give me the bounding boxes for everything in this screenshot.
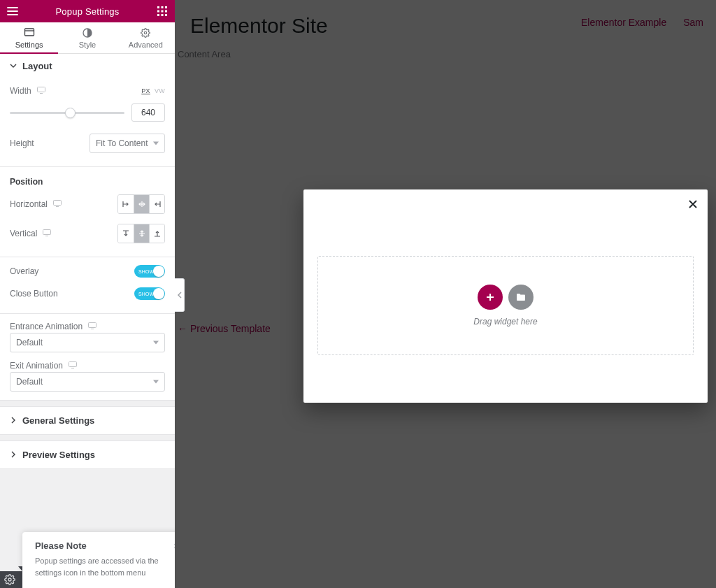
svg-rect-2 — [165, 6, 167, 8]
align-middle-button[interactable] — [134, 224, 149, 243]
vertical-label: Vertical — [10, 229, 37, 238]
svg-rect-6 — [157, 14, 159, 16]
section-layout-title: Layout — [22, 61, 52, 71]
height-select[interactable]: Fit To Content — [90, 134, 165, 153]
caret-down-icon — [10, 61, 17, 71]
editor-sidebar: Popup Settings Settings Style Advanced L… — [0, 0, 175, 588]
hamburger-menu-icon[interactable] — [4, 3, 21, 20]
svg-rect-8 — [165, 14, 167, 16]
svg-rect-4 — [161, 10, 163, 13]
svg-rect-12 — [37, 87, 45, 92]
svg-point-17 — [8, 578, 11, 581]
unit-vw[interactable]: VW — [155, 87, 165, 94]
svg-rect-5 — [165, 10, 167, 13]
widgets-panel-icon[interactable] — [154, 3, 171, 20]
tab-style[interactable]: Style — [58, 22, 116, 53]
svg-rect-9 — [24, 29, 34, 36]
dropzone-label: Drag widget here — [473, 317, 537, 327]
unit-px[interactable]: PX — [141, 87, 150, 94]
section-preview-title: Preview Settings — [22, 450, 95, 460]
close-button-label: Close Button — [10, 289, 58, 299]
svg-rect-1 — [161, 6, 163, 8]
align-right-button[interactable] — [149, 195, 164, 213]
preview-canvas: Elementor Site Elementor Example Sam Con… — [175, 0, 716, 588]
sidebar-header: Popup Settings — [0, 0, 175, 22]
overlay-toggle[interactable]: SHOW — [134, 265, 165, 278]
desktop-icon[interactable] — [37, 86, 45, 96]
widget-dropzone[interactable]: Drag widget here — [317, 256, 694, 355]
template-library-button[interactable] — [508, 285, 534, 310]
entrance-animation-select[interactable]: Default — [10, 333, 165, 352]
desktop-icon[interactable] — [43, 229, 51, 238]
add-widget-button[interactable] — [478, 285, 503, 310]
width-input[interactable] — [131, 103, 165, 122]
align-bottom-button[interactable] — [149, 224, 164, 243]
desktop-icon[interactable] — [53, 199, 62, 209]
exit-animation-label: Exit Animation — [10, 361, 63, 371]
note-title: Please Note — [35, 540, 173, 551]
tab-settings[interactable]: Settings — [0, 22, 58, 53]
svg-rect-0 — [157, 6, 159, 8]
desktop-icon[interactable] — [88, 322, 96, 331]
svg-rect-15 — [89, 323, 96, 328]
section-animations: Entrance Animation Default Exit Animatio… — [0, 314, 175, 401]
horizontal-align-group — [117, 194, 165, 214]
section-layout-header[interactable]: Layout — [0, 54, 175, 78]
align-center-button[interactable] — [134, 195, 149, 213]
width-label: Width — [10, 86, 31, 96]
tab-style-label: Style — [79, 41, 96, 49]
position-label: Position — [10, 170, 165, 189]
caret-right-icon — [10, 450, 17, 460]
desktop-icon[interactable] — [69, 361, 77, 371]
tab-advanced[interactable]: Advanced — [117, 22, 175, 53]
overlay-label: Overlay — [10, 266, 38, 276]
vertical-align-group — [117, 224, 165, 243]
tab-settings-label: Settings — [15, 41, 43, 49]
section-preview-header[interactable]: Preview Settings — [0, 441, 175, 468]
svg-rect-3 — [157, 10, 159, 13]
close-button-toggle[interactable]: SHOW — [134, 287, 165, 300]
entrance-animation-label: Entrance Animation — [10, 322, 83, 331]
svg-point-11 — [145, 31, 148, 34]
width-slider[interactable] — [10, 112, 124, 114]
align-left-button[interactable] — [118, 195, 134, 213]
sidebar-tabs: Settings Style Advanced — [0, 22, 175, 54]
exit-animation-select[interactable]: Default — [10, 372, 165, 392]
section-general: General Settings — [0, 406, 175, 435]
please-note-tip: Please Note Popup settings are accessed … — [22, 532, 186, 588]
align-top-button[interactable] — [118, 224, 134, 243]
close-icon[interactable] — [688, 199, 698, 212]
horizontal-label: Horizontal — [10, 199, 48, 209]
width-units[interactable]: PXVW — [141, 87, 165, 94]
caret-right-icon — [10, 415, 17, 426]
popup-window: Drag widget here — [303, 189, 708, 403]
section-preview: Preview Settings — [0, 440, 175, 469]
panel-title: Popup Settings — [56, 6, 120, 17]
tab-advanced-label: Advanced — [129, 41, 163, 49]
svg-rect-16 — [69, 362, 77, 367]
svg-rect-7 — [161, 14, 163, 16]
svg-rect-14 — [43, 230, 51, 235]
gear-icon[interactable] — [4, 574, 15, 585]
section-general-title: General Settings — [22, 415, 94, 426]
section-position: Position Horizontal Vertical — [0, 167, 175, 257]
note-body: Popup settings are accessed via the sett… — [35, 555, 173, 578]
svg-rect-13 — [54, 201, 62, 206]
height-label: Height — [10, 138, 34, 148]
panel-collapse-handle[interactable] — [175, 278, 185, 312]
section-layout: Layout Width PXVW Height Fit To Content — [0, 54, 175, 167]
section-general-header[interactable]: General Settings — [0, 407, 175, 434]
section-toggles: Overlay SHOW Close Button SHOW — [0, 257, 175, 314]
